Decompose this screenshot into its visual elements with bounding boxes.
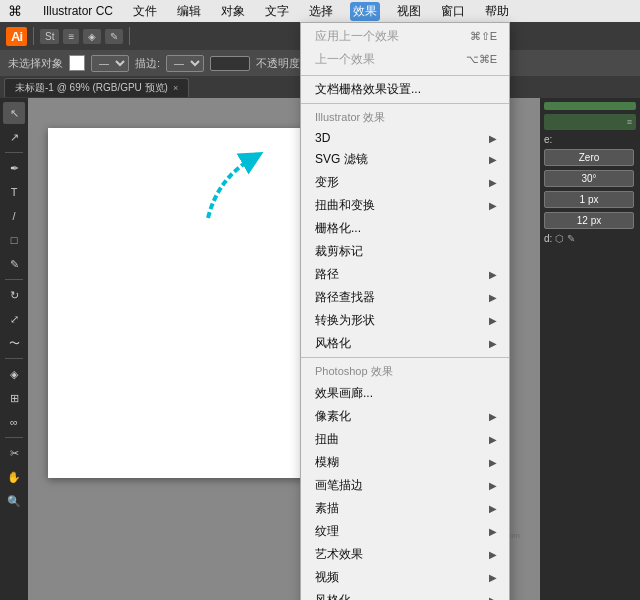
blend-tool[interactable]: ∞	[3, 411, 25, 433]
menu-pathfinder[interactable]: 路径查找器 ▶	[301, 286, 509, 309]
menu-path[interactable]: 路径 ▶	[301, 263, 509, 286]
select-tool[interactable]: ↖	[3, 102, 25, 124]
menu-twist[interactable]: 扭曲和变换 ▶	[301, 194, 509, 217]
panel-12px-value[interactable]: 12 px	[544, 212, 634, 229]
menu-distort-label: 变形	[315, 174, 339, 191]
menu-artistic-label: 艺术效果	[315, 546, 363, 563]
sep3	[301, 357, 509, 358]
menu-effects[interactable]: 效果	[350, 2, 380, 21]
scale-tool[interactable]: ⤢	[3, 308, 25, 330]
rect-tool[interactable]: □	[3, 229, 25, 251]
stroke-select[interactable]: —	[91, 55, 129, 72]
panel-d-label: d:	[544, 233, 552, 244]
menu-pathfinder-arrow: ▶	[489, 292, 497, 303]
toolbar-st-btn[interactable]: St	[40, 29, 59, 44]
menu-rasterize[interactable]: 栅格化...	[301, 217, 509, 240]
menu-artistic-arrow: ▶	[489, 549, 497, 560]
menu-apply-last-effect[interactable]: 应用上一个效果 ⌘⇧E	[301, 25, 509, 48]
menu-select[interactable]: 选择	[306, 2, 336, 21]
menu-stylize[interactable]: 风格化 ▶	[301, 332, 509, 355]
menu-gallery[interactable]: 效果画廊...	[301, 382, 509, 405]
panel-icon2[interactable]: ✎	[567, 233, 575, 244]
panel-zero-value[interactable]: Zero	[544, 149, 634, 166]
menu-view[interactable]: 视图	[394, 2, 424, 21]
menu-last-effect[interactable]: 上一个效果 ⌥⌘E	[301, 48, 509, 71]
photoshop-header-label: Photoshop 效果	[315, 364, 393, 379]
menu-help[interactable]: 帮助	[482, 2, 512, 21]
panel-e-label: e:	[544, 134, 552, 145]
menu-artistic[interactable]: 艺术效果 ▶	[301, 543, 509, 566]
menu-ps-stylize[interactable]: 风格化 ▶	[301, 589, 509, 600]
toolbar-transform-btn[interactable]: ◈	[83, 29, 101, 44]
menu-blur[interactable]: 模糊 ▶	[301, 451, 509, 474]
menu-ps-stylize-arrow: ▶	[489, 595, 497, 600]
panel-1px-value[interactable]: 1 px	[544, 191, 634, 208]
pen-tool[interactable]: ✒	[3, 157, 25, 179]
stroke-label: 描边:	[135, 56, 160, 71]
hand-tool[interactable]: ✋	[3, 466, 25, 488]
warp-tool[interactable]: 〜	[3, 332, 25, 354]
type-tool[interactable]: T	[3, 181, 25, 203]
menu-brush-strokes[interactable]: 画笔描边 ▶	[301, 474, 509, 497]
menu-window[interactable]: 窗口	[438, 2, 468, 21]
brush-tool[interactable]: ✎	[3, 253, 25, 275]
panel-30-value[interactable]: 30°	[544, 170, 634, 187]
effects-dropdown-menu[interactable]: 应用上一个效果 ⌘⇧E 上一个效果 ⌥⌘E 文档栅格效果设置... Illust…	[300, 22, 510, 600]
panel-icon1[interactable]: ⬡	[555, 233, 564, 244]
menu-apply-last-label: 应用上一个效果	[315, 28, 399, 45]
right-panel: ≡ e: Zero 30° 1 px 12 px d: ⬡ ✎	[540, 98, 640, 600]
line-tool[interactable]: /	[3, 205, 25, 227]
illustrator-header-label: Illustrator 效果	[315, 110, 385, 125]
menu-pixelate[interactable]: 像素化 ▶	[301, 405, 509, 428]
menu-document-raster[interactable]: 文档栅格效果设置...	[301, 78, 509, 101]
menu-twist-label: 扭曲和变换	[315, 197, 375, 214]
tool-divider4	[5, 437, 23, 438]
menu-brush-label: 画笔描边	[315, 477, 363, 494]
menu-3d[interactable]: 3D ▶	[301, 128, 509, 148]
menu-pathfinder-label: 路径查找器	[315, 289, 375, 306]
toolbar-divider2	[129, 27, 130, 45]
menu-stylize-arrow: ▶	[489, 338, 497, 349]
menu-object[interactable]: 对象	[218, 2, 248, 21]
menu-svg-filter[interactable]: SVG 滤镜 ▶	[301, 148, 509, 171]
menu-crop-marks[interactable]: 裁剪标记	[301, 240, 509, 263]
menu-texture[interactable]: 纹理 ▶	[301, 520, 509, 543]
menu-pixelate-arrow: ▶	[489, 411, 497, 422]
zoom-tool[interactable]: 🔍	[3, 490, 25, 512]
app-logo: Ai	[6, 27, 27, 46]
menu-sketch[interactable]: 素描 ▶	[301, 497, 509, 520]
toolbar-pen-btn[interactable]: ✎	[105, 29, 123, 44]
rotate-tool[interactable]: ↻	[3, 284, 25, 306]
panel-dark-bar: ≡	[544, 114, 636, 130]
menu-texture-label: 纹理	[315, 523, 339, 540]
document-tab[interactable]: 未标题-1 @ 69% (RGB/GPU 预览) ×	[4, 78, 189, 97]
menu-blur-label: 模糊	[315, 454, 339, 471]
menu-apply-last-shortcut: ⌘⇧E	[470, 30, 497, 43]
menu-convert-arrow: ▶	[489, 315, 497, 326]
opacity-label: 不透明度:	[256, 56, 303, 71]
menu-text[interactable]: 文字	[262, 2, 292, 21]
menu-convert-shape[interactable]: 转换为形状 ▶	[301, 309, 509, 332]
gradient-tool[interactable]: ◈	[3, 363, 25, 385]
mesh-tool[interactable]: ⊞	[3, 387, 25, 409]
tab-close-btn[interactable]: ×	[173, 83, 178, 93]
toolbar-arrange-btn[interactable]: ≡	[63, 29, 79, 44]
apple-menu[interactable]: ⌘	[8, 3, 22, 19]
direct-select-tool[interactable]: ↗	[3, 126, 25, 148]
menu-file[interactable]: 文件	[130, 2, 160, 21]
stroke-size-input[interactable]: 1 pt	[210, 56, 250, 71]
menu-video-arrow: ▶	[489, 572, 497, 583]
scissors-tool[interactable]: ✂	[3, 442, 25, 464]
menu-video[interactable]: 视频 ▶	[301, 566, 509, 589]
menu-convert-label: 转换为形状	[315, 312, 375, 329]
menu-illustrator[interactable]: Illustrator CC	[40, 3, 116, 19]
menu-ps-distort[interactable]: 扭曲 ▶	[301, 428, 509, 451]
menu-pixelate-label: 像素化	[315, 408, 351, 425]
menu-gallery-label: 效果画廊...	[315, 385, 373, 402]
menu-ps-distort-arrow: ▶	[489, 434, 497, 445]
stroke-style-select[interactable]: —	[166, 55, 204, 72]
menu-edit[interactable]: 编辑	[174, 2, 204, 21]
panel-green-bar	[544, 102, 636, 110]
menu-distort[interactable]: 变形 ▶	[301, 171, 509, 194]
fill-swatch[interactable]	[69, 55, 85, 71]
